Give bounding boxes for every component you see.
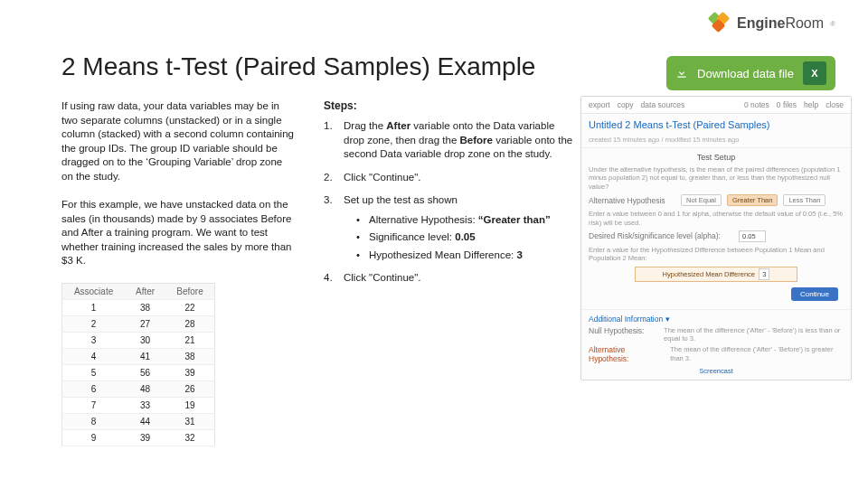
table-header: Before [165, 283, 215, 299]
toolbar-copy[interactable]: copy [618, 100, 634, 109]
alt-hypothesis-label: Alternative Hypothesis: [589, 345, 665, 363]
step-4: Click "Continue". [324, 271, 577, 286]
section-title-setup: Test Setup [589, 153, 844, 162]
section-title-additional[interactable]: Additional Information ▾ [589, 314, 844, 324]
data-table: Associate After Before 13822227283302144… [61, 283, 215, 446]
download-data-button[interactable]: Download data file X [666, 56, 835, 90]
table-row: 44138 [62, 348, 215, 364]
table-header: After [125, 283, 165, 299]
table-row: 93932 [62, 429, 215, 446]
brand-logo-icon [708, 13, 731, 34]
label-alpha: Desired Risk/significance level (alpha): [589, 231, 733, 240]
study-meta: created 15 minutes ago / modified 15 min… [581, 136, 851, 147]
chevron-down-icon: ▾ [665, 314, 670, 324]
pill-less-than[interactable]: Less Than [783, 194, 826, 206]
step-3-bullet: Hypothesized Mean Difference: 3 [356, 249, 577, 263]
pill-not-equal[interactable]: Not Equal [681, 194, 722, 206]
excel-icon: X [803, 61, 826, 85]
table-row: 55639 [62, 364, 215, 380]
table-row: 64826 [62, 380, 215, 397]
note-alpha: Enter a value between 0 and 1 for alpha,… [589, 210, 844, 227]
app-screenshot: 2 Means t-Test (Paired Samples) After Be… [580, 96, 852, 380]
hyp-diff-input[interactable]: 3 [759, 268, 769, 280]
table-row: 22728 [62, 315, 215, 332]
toolbar-notes[interactable]: 0 notes [744, 100, 769, 109]
toolbar-close[interactable]: close [826, 100, 844, 109]
table-header: Associate [62, 283, 126, 299]
screencast-link[interactable]: Screencast [589, 367, 844, 375]
step-3-bullet: Alternative Hypothesis: “Greater than” [356, 213, 577, 228]
toolbar-export[interactable]: export [589, 100, 610, 109]
step-1: Drag the After variable onto the Data va… [324, 119, 577, 162]
toolbar-data-sources[interactable]: data sources [641, 100, 685, 109]
continue-button[interactable]: Continue [791, 287, 838, 301]
table-row: 84431 [62, 413, 215, 429]
table-row: 73319 [62, 397, 215, 413]
toolbar-help[interactable]: help [804, 100, 818, 109]
table-row: 13822 [62, 299, 215, 315]
table-row: 33021 [62, 332, 215, 348]
brand-registered: ® [830, 20, 835, 28]
intro-paragraph-2: For this example, we have unstacked data… [61, 198, 297, 268]
note-alt-hypothesis: Under the alternative hypothesis, is the… [589, 165, 844, 191]
study-title: Untitled 2 Means t-Test (Paired Samples) [581, 114, 851, 136]
label-alt-hypothesis: Alternative Hypothesis [589, 196, 675, 205]
toolbar-files[interactable]: 0 files [777, 100, 797, 109]
download-label: Download data file [697, 67, 794, 80]
step-3-bullet: Significance level: 0.05 [356, 230, 577, 245]
pill-greater-than[interactable]: Greater Than [727, 194, 778, 206]
step-3: Set up the test as shown Alternative Hyp… [324, 193, 577, 262]
steps-header: Steps: [324, 99, 577, 112]
step-2: Click "Continue". [324, 171, 577, 185]
null-hypothesis-text: The mean of the difference ('After' - 'B… [664, 326, 844, 343]
brand: EngineRoom ® [708, 13, 835, 34]
hypothesized-diff-box: Hypothesized Mean Difference 3 [635, 267, 797, 282]
download-icon [675, 67, 688, 80]
note-hyp-diff: Enter a value for the Hypothesized Diffe… [589, 246, 844, 263]
alpha-input[interactable]: 0.05 [739, 230, 766, 242]
brand-name: EngineRoom [737, 15, 824, 32]
null-hypothesis-label: Null Hypothesis: [589, 326, 658, 335]
intro-paragraph-1: If using raw data, your data variables m… [61, 99, 297, 183]
alt-hypothesis-text: The mean of the difference ('After' - 'B… [670, 345, 844, 362]
